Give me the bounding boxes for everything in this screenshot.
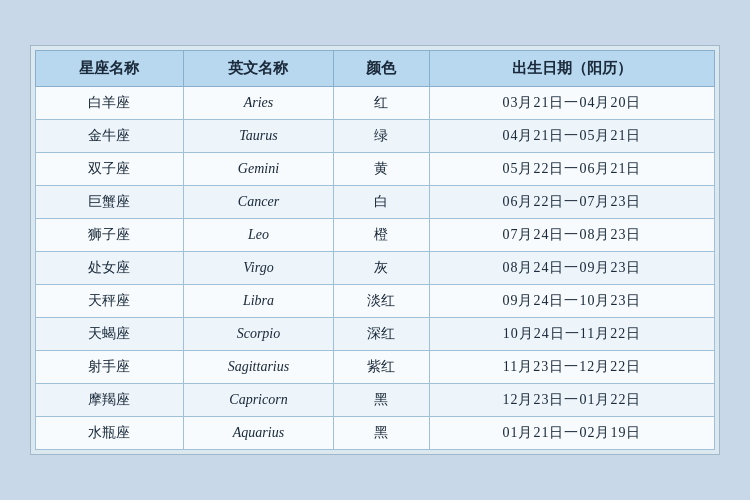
- cell-date: 05月22日一06月21日: [429, 153, 714, 186]
- table-row: 白羊座Aries红03月21日一04月20日: [36, 87, 715, 120]
- cell-date: 11月23日一12月22日: [429, 351, 714, 384]
- table-row: 狮子座Leo橙07月24日一08月23日: [36, 219, 715, 252]
- cell-english-name: Gemini: [183, 153, 333, 186]
- cell-color: 深红: [334, 318, 430, 351]
- cell-color: 灰: [334, 252, 430, 285]
- cell-color: 白: [334, 186, 430, 219]
- header-date: 出生日期（阳历）: [429, 51, 714, 87]
- cell-date: 06月22日一07月23日: [429, 186, 714, 219]
- cell-english-name: Virgo: [183, 252, 333, 285]
- cell-english-name: Leo: [183, 219, 333, 252]
- cell-chinese-name: 白羊座: [36, 87, 184, 120]
- cell-chinese-name: 天蝎座: [36, 318, 184, 351]
- cell-chinese-name: 双子座: [36, 153, 184, 186]
- cell-date: 12月23日一01月22日: [429, 384, 714, 417]
- cell-date: 03月21日一04月20日: [429, 87, 714, 120]
- cell-english-name: Libra: [183, 285, 333, 318]
- cell-date: 08月24日一09月23日: [429, 252, 714, 285]
- cell-color: 红: [334, 87, 430, 120]
- cell-chinese-name: 水瓶座: [36, 417, 184, 450]
- cell-english-name: Aquarius: [183, 417, 333, 450]
- table-row: 双子座Gemini黄05月22日一06月21日: [36, 153, 715, 186]
- cell-chinese-name: 处女座: [36, 252, 184, 285]
- cell-color: 黑: [334, 417, 430, 450]
- cell-color: 黑: [334, 384, 430, 417]
- cell-english-name: Sagittarius: [183, 351, 333, 384]
- cell-color: 紫红: [334, 351, 430, 384]
- cell-chinese-name: 摩羯座: [36, 384, 184, 417]
- cell-english-name: Taurus: [183, 120, 333, 153]
- zodiac-table: 星座名称 英文名称 颜色 出生日期（阳历） 白羊座Aries红03月21日一04…: [35, 50, 715, 450]
- cell-date: 04月21日一05月21日: [429, 120, 714, 153]
- cell-chinese-name: 狮子座: [36, 219, 184, 252]
- cell-english-name: Scorpio: [183, 318, 333, 351]
- cell-color: 黄: [334, 153, 430, 186]
- cell-color: 橙: [334, 219, 430, 252]
- table-row: 天蝎座Scorpio深红10月24日一11月22日: [36, 318, 715, 351]
- cell-chinese-name: 射手座: [36, 351, 184, 384]
- cell-color: 淡红: [334, 285, 430, 318]
- cell-english-name: Aries: [183, 87, 333, 120]
- cell-date: 09月24日一10月23日: [429, 285, 714, 318]
- cell-english-name: Cancer: [183, 186, 333, 219]
- cell-date: 07月24日一08月23日: [429, 219, 714, 252]
- header-chinese-name: 星座名称: [36, 51, 184, 87]
- table-header-row: 星座名称 英文名称 颜色 出生日期（阳历）: [36, 51, 715, 87]
- cell-chinese-name: 巨蟹座: [36, 186, 184, 219]
- table-body: 白羊座Aries红03月21日一04月20日金牛座Taurus绿04月21日一0…: [36, 87, 715, 450]
- cell-english-name: Capricorn: [183, 384, 333, 417]
- table-row: 摩羯座Capricorn黑12月23日一01月22日: [36, 384, 715, 417]
- table-row: 天秤座Libra淡红09月24日一10月23日: [36, 285, 715, 318]
- cell-chinese-name: 天秤座: [36, 285, 184, 318]
- cell-date: 01月21日一02月19日: [429, 417, 714, 450]
- zodiac-table-container: 星座名称 英文名称 颜色 出生日期（阳历） 白羊座Aries红03月21日一04…: [30, 45, 720, 455]
- table-row: 金牛座Taurus绿04月21日一05月21日: [36, 120, 715, 153]
- table-row: 处女座Virgo灰08月24日一09月23日: [36, 252, 715, 285]
- table-row: 水瓶座Aquarius黑01月21日一02月19日: [36, 417, 715, 450]
- cell-date: 10月24日一11月22日: [429, 318, 714, 351]
- cell-color: 绿: [334, 120, 430, 153]
- header-english-name: 英文名称: [183, 51, 333, 87]
- cell-chinese-name: 金牛座: [36, 120, 184, 153]
- table-row: 巨蟹座Cancer白06月22日一07月23日: [36, 186, 715, 219]
- table-row: 射手座Sagittarius紫红11月23日一12月22日: [36, 351, 715, 384]
- header-color: 颜色: [334, 51, 430, 87]
